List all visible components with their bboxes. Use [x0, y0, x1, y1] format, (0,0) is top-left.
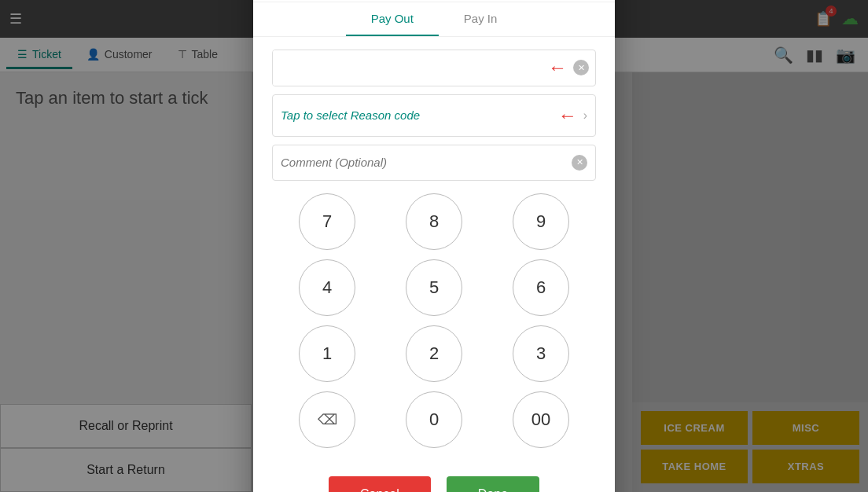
numpad-9[interactable]: 9	[513, 193, 569, 250]
comment-input[interactable]	[281, 156, 572, 169]
cancel-button[interactable]: Cancel	[329, 476, 431, 493]
modal-tabs: Pay Out Pay In	[253, 2, 615, 37]
modal-overlay: Pay In/Out Pay Out Pay In $0.00 ← ✕ Tap	[0, 0, 868, 492]
amount-arrow: ←	[542, 57, 573, 79]
reason-row[interactable]: Tap to select Reason code ← ›	[272, 94, 596, 137]
reason-chevron-icon: ›	[583, 108, 587, 123]
reason-red-arrow-icon: ←	[558, 105, 577, 127]
pay-in-out-modal: Pay In/Out Pay Out Pay In $0.00 ← ✕ Tap	[253, 0, 615, 492]
numpad-backspace[interactable]: ⌫	[299, 391, 355, 448]
numpad-8[interactable]: 8	[406, 193, 462, 250]
comment-row: ✕	[272, 145, 596, 181]
numpad-1[interactable]: 1	[299, 325, 355, 382]
numpad-00[interactable]: 00	[513, 391, 569, 448]
numpad-2[interactable]: 2	[406, 325, 462, 382]
modal-actions: Cancel Done	[253, 476, 615, 493]
numpad-5[interactable]: 5	[406, 259, 462, 316]
amount-clear-button[interactable]: ✕	[573, 60, 589, 75]
numpad-3[interactable]: 3	[513, 325, 569, 382]
reason-placeholder: Tap to select Reason code	[281, 108, 558, 122]
numpad-7[interactable]: 7	[299, 193, 355, 250]
numpad-6[interactable]: 6	[513, 259, 569, 316]
red-arrow-icon: ←	[548, 57, 567, 79]
done-button[interactable]: Done	[447, 476, 539, 493]
numpad-4[interactable]: 4	[299, 259, 355, 316]
amount-row: $0.00 ← ✕	[272, 50, 596, 86]
modal-body: $0.00 ← ✕ Tap to select Reason code ← › …	[253, 37, 615, 476]
tab-pay-in[interactable]: Pay In	[439, 2, 523, 36]
amount-input[interactable]: $0.00	[273, 50, 542, 86]
numpad-0[interactable]: 0	[406, 391, 462, 448]
numpad: 7 8 9 4 5 6 1 2 3 ⌫ 0 00	[272, 193, 596, 448]
tab-pay-out[interactable]: Pay Out	[346, 2, 439, 36]
comment-clear-button[interactable]: ✕	[572, 155, 587, 171]
